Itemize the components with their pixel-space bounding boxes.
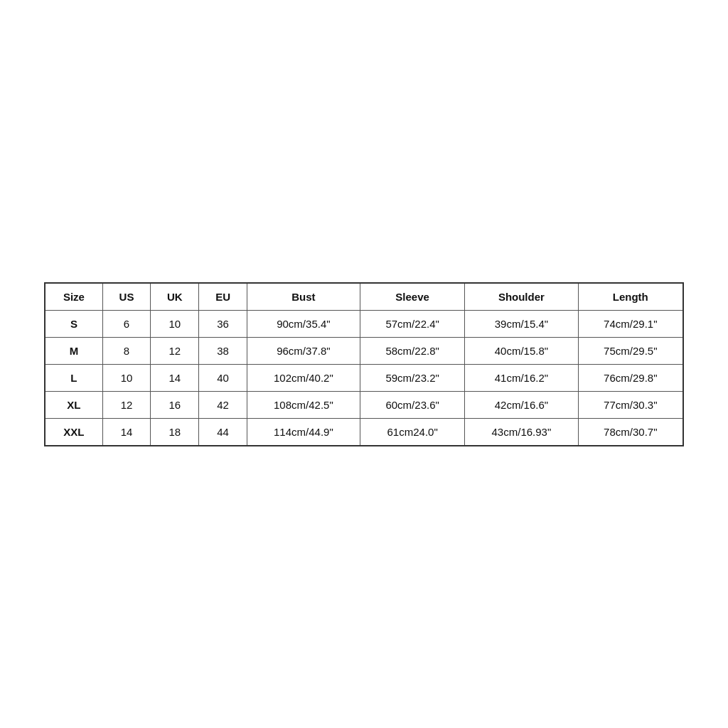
table-row: L101440102cm/40.2"59cm/23.2"41cm/16.2"76… (45, 364, 683, 391)
col-header-shoulder: Shoulder (465, 283, 578, 311)
table-cell-row1-col0: M (45, 337, 102, 364)
table-cell-row4-col5: 61cm24.0" (360, 418, 465, 446)
table-cell-row0-col3: 36 (199, 310, 247, 337)
table-cell-row2-col7: 76cm/29.8" (578, 364, 683, 391)
col-header-uk: UK (151, 283, 199, 311)
table-row: M8123896cm/37.8"58cm/22.8"40cm/15.8"75cm… (45, 337, 683, 364)
table-cell-row4-col3: 44 (199, 418, 247, 446)
col-header-size: Size (45, 283, 102, 311)
table-row: XXL141844114cm/44.9"61cm24.0"43cm/16.93"… (45, 418, 683, 446)
table-cell-row3-col3: 42 (199, 391, 247, 418)
col-header-bust: Bust (247, 283, 360, 311)
table-cell-row3-col7: 77cm/30.3" (578, 391, 683, 418)
table-cell-row2-col5: 59cm/23.2" (360, 364, 465, 391)
size-chart-table: Size US UK EU Bust Sleeve Shoulder Lengt… (44, 282, 684, 446)
table-cell-row2-col2: 14 (151, 364, 199, 391)
table-cell-row1-col5: 58cm/22.8" (360, 337, 465, 364)
table-cell-row0-col1: 6 (102, 310, 150, 337)
table-cell-row4-col6: 43cm/16.93" (465, 418, 578, 446)
table-cell-row1-col1: 8 (102, 337, 150, 364)
table-cell-row1-col6: 40cm/15.8" (465, 337, 578, 364)
size-chart-container: Size US UK EU Bust Sleeve Shoulder Lengt… (44, 282, 684, 446)
table-cell-row1-col3: 38 (199, 337, 247, 364)
table-row: XL121642108cm/42.5"60cm/23.6"42cm/16.6"7… (45, 391, 683, 418)
table-cell-row2-col4: 102cm/40.2" (247, 364, 360, 391)
table-cell-row4-col1: 14 (102, 418, 150, 446)
col-header-us: US (102, 283, 150, 311)
table-cell-row3-col6: 42cm/16.6" (465, 391, 578, 418)
table-cell-row3-col4: 108cm/42.5" (247, 391, 360, 418)
table-cell-row2-col3: 40 (199, 364, 247, 391)
table-cell-row0-col6: 39cm/15.4" (465, 310, 578, 337)
table-cell-row2-col6: 41cm/16.2" (465, 364, 578, 391)
table-cell-row3-col1: 12 (102, 391, 150, 418)
col-header-eu: EU (199, 283, 247, 311)
table-cell-row2-col1: 10 (102, 364, 150, 391)
table-cell-row4-col0: XXL (45, 418, 102, 446)
table-cell-row0-col5: 57cm/22.4" (360, 310, 465, 337)
table-cell-row4-col2: 18 (151, 418, 199, 446)
table-cell-row1-col2: 12 (151, 337, 199, 364)
table-header-row: Size US UK EU Bust Sleeve Shoulder Lengt… (45, 283, 683, 311)
table-cell-row3-col0: XL (45, 391, 102, 418)
table-cell-row4-col4: 114cm/44.9" (247, 418, 360, 446)
col-header-sleeve: Sleeve (360, 283, 465, 311)
table-cell-row3-col5: 60cm/23.6" (360, 391, 465, 418)
table-cell-row2-col0: L (45, 364, 102, 391)
table-row: S6103690cm/35.4"57cm/22.4"39cm/15.4"74cm… (45, 310, 683, 337)
col-header-length: Length (578, 283, 683, 311)
table-cell-row0-col4: 90cm/35.4" (247, 310, 360, 337)
table-cell-row4-col7: 78cm/30.7" (578, 418, 683, 446)
table-cell-row0-col2: 10 (151, 310, 199, 337)
table-cell-row3-col2: 16 (151, 391, 199, 418)
table-cell-row0-col7: 74cm/29.1" (578, 310, 683, 337)
table-cell-row1-col7: 75cm/29.5" (578, 337, 683, 364)
table-cell-row1-col4: 96cm/37.8" (247, 337, 360, 364)
table-cell-row0-col0: S (45, 310, 102, 337)
